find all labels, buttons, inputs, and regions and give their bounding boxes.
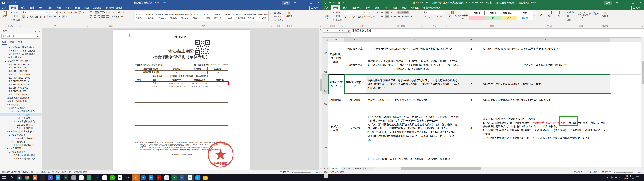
proofing-icon[interactable]: 🖹 [36, 171, 38, 174]
bold-button[interactable]: B [344, 15, 348, 18]
nav-heading-item[interactable]: 1.10 GB 897-1988 [0, 93, 42, 96]
nav-heading-item[interactable]: 1.2 GB/T 94.1-2008 [0, 66, 42, 69]
cell-D16[interactable]: 1、具有理化技术资格（涵盖力学性能、光谱分析、化学分析、金相检验）II级及以上证… [366, 107, 461, 150]
row-header-12[interactable]: 12 [322, 42, 328, 56]
cell-E14[interactable]: 2 [461, 75, 482, 94]
sort-icon[interactable]: A⇅ [117, 10, 121, 14]
excel-tab-开始[interactable]: 开始 [331, 6, 340, 10]
decrease-indent-icon[interactable]: ⇤ [108, 10, 111, 14]
align-top-icon[interactable] [381, 10, 384, 14]
fill-color-icon[interactable]: ◧▾ [362, 15, 366, 18]
cell-B14[interactable]: 零散订单交货（2分） [328, 75, 344, 94]
nav-heading-item[interactable]: 3.1.1.2.1 余立东 [0, 123, 42, 126]
word-tell-me-search[interactable]: 操作说明搜索 [104, 6, 125, 10]
cell-G15[interactable] [610, 94, 642, 107]
bold-button[interactable]: B [22, 15, 25, 18]
font-dialog-launcher-icon[interactable]: ⇲ [86, 26, 88, 28]
decrease-indent-icon[interactable]: ⇤ [393, 15, 397, 18]
grid-app[interactable]: ▦ [16, 174, 23, 181]
cell-style-chip[interactable]: 常规_Sheet1 [501, 11, 517, 16]
merge-center-button[interactable]: ⊟ 合并后居中 ▾ [401, 15, 414, 18]
server-app[interactable]: ▯ [70, 174, 78, 181]
start-button[interactable] [0, 174, 8, 181]
excel-horizontal-scrollbar[interactable] [374, 167, 641, 170]
nav-heading-item[interactable]: 1.8 GB/T 97.1-2002 [0, 86, 42, 90]
cell-E17[interactable] [461, 150, 482, 167]
notepad[interactable]: ▤ [163, 174, 170, 181]
nav-heading-item[interactable]: 3.2.1.1 生产设备台账 [0, 137, 42, 140]
ime-indicator[interactable]: 中 [611, 176, 613, 179]
active-cell-C14[interactable]: 零散需求交货承诺 [344, 75, 366, 94]
sheet-tab-Sheet2[interactable]: Sheet2 [341, 167, 352, 170]
nav-close-icon[interactable]: ✕ [38, 30, 40, 32]
font-size-combo[interactable]: 9▾ [364, 10, 371, 14]
word-signin-button[interactable]: 登录 [282, 1, 290, 5]
shading-icon[interactable]: ◧▾ [116, 15, 120, 18]
screenshot-app[interactable]: ◉ [31, 174, 39, 181]
cell-F12[interactable]: 投标文件（售后服务组织机构图、人员构成基本情况及相关制度文本） [482, 42, 610, 56]
excel-tab-数据[interactable]: 数据 [372, 6, 382, 10]
web-layout-icon[interactable] [287, 172, 290, 174]
collapse-ribbon-icon[interactable]: ∧ [642, 25, 643, 27]
copy-button[interactable]: ⧉复制 [10, 15, 20, 18]
cell-E13[interactable]: 1 [461, 56, 482, 75]
cell-D12[interactable]: 有完善的专业售后服务队伍得1分，有完善的售后服务制度得1分；满分2分。 [366, 42, 461, 56]
nav-heading-item[interactable]: 7.6 附件1-3：技术关键条款... [0, 49, 42, 52]
nav-heading-item[interactable]: 3.1.1.2.2 魏培炯 [0, 126, 42, 130]
nav-search-input[interactable] [2, 35, 36, 38]
nav-heading-item[interactable]: ◢1 投标产品的执行标准 [0, 59, 42, 62]
excel-tab-文件[interactable]: 文件 [322, 6, 331, 10]
style-chip[interactable]: AaBbCcDd表内正文... [168, 11, 180, 21]
conditional-formatting-button[interactable]: 条件格式▾ [448, 10, 457, 19]
cell-G13[interactable] [610, 56, 642, 75]
track-changes-indicator[interactable]: 修订: 关闭 [62, 171, 71, 174]
cell-style-chip[interactable]: 常规 4 [485, 11, 501, 16]
subscript-icon[interactable]: x₂ [39, 15, 42, 18]
nav-heading-item[interactable]: ◢3.2.2 检验设备 [0, 140, 42, 144]
photoshop[interactable]: Ps [93, 174, 101, 181]
excel-taskbar[interactable]: X [170, 174, 178, 181]
nav-heading-item[interactable]: 1.1 GB/T 6170-2015 [0, 62, 42, 66]
select-button[interactable]: ▻选择▾ [274, 19, 283, 22]
cell-E16[interactable]: 4 [461, 107, 482, 150]
cell-C16[interactable]: 人员配置 [344, 107, 366, 150]
cell-F13[interactable]: 投标文件（该条款将作为合同条款内容） [482, 56, 610, 75]
nav-heading-item[interactable]: 1.6 GB/T 5783-2016 [0, 80, 42, 83]
phonetic-icon[interactable]: wén文▾ [370, 15, 375, 18]
custom-command-icon[interactable]: ▣▾ [338, 2, 341, 4]
font-dialog-launcher-icon[interactable]: ⇲ [378, 26, 380, 28]
wrap-text-button[interactable]: ab↵ 自动换行 [397, 10, 409, 14]
cell-style-chip[interactable]: 差 [469, 16, 485, 20]
word-tab-邮件[interactable]: 邮件 [54, 6, 64, 10]
cell-C13[interactable]: 售后服务承诺 [344, 56, 366, 75]
align-center-icon[interactable] [385, 15, 388, 18]
paste-button[interactable]: 粘贴▾ [1, 10, 9, 20]
scroll-down-icon[interactable]: ▼ [320, 168, 322, 170]
cell-D15[interactable]: 失信扣分=商务分值（不含报价分值）*10%*失信分/10。 [366, 94, 461, 107]
q-browser[interactable]: Q [147, 174, 155, 181]
orange-im-app[interactable]: ✦ [132, 174, 140, 181]
excel-vertical-scrollbar[interactable] [641, 38, 644, 166]
save-icon[interactable] [2, 2, 4, 4]
row-header-13[interactable]: 13 [322, 56, 328, 75]
borders-icon[interactable]: ⊞▾ [120, 15, 124, 18]
nav-heading-item[interactable]: ◢3.1.1.1 理化检验人员... [0, 110, 42, 113]
excel-tab-页面布局[interactable]: 页面布局 [350, 6, 363, 10]
word-tab-引用[interactable]: 引用 [46, 6, 54, 10]
borders-icon[interactable]: ⊞▾ [358, 15, 361, 18]
multilevel-list-icon[interactable]: ▾ [100, 10, 106, 14]
word-close-button[interactable]: ✕ [314, 0, 322, 6]
strikethrough-icon[interactable]: abc [34, 15, 38, 18]
start-button-monitor2[interactable] [322, 174, 330, 178]
clipboard-dialog-launcher-icon[interactable]: ⇲ [19, 26, 20, 28]
excel-tab-插入[interactable]: 插入 [340, 6, 350, 10]
page-indicator[interactable]: 第 335 页, 共 909 页 [2, 171, 20, 174]
nav-heading-item[interactable]: 7.5 附件1-2：商务关键条款... [0, 46, 42, 49]
notification-center-icon[interactable] [636, 176, 639, 179]
nav-heading-item[interactable]: 2 技术条款响应/偏离表 [0, 96, 42, 100]
nav-options-icon[interactable]: ▾ [35, 30, 36, 32]
word-share-button[interactable]: 共享 [309, 6, 320, 10]
select-all-corner[interactable] [322, 38, 328, 42]
fill-button[interactable]: ⤓填充▾ [563, 15, 577, 18]
align-right-icon[interactable] [98, 15, 101, 18]
